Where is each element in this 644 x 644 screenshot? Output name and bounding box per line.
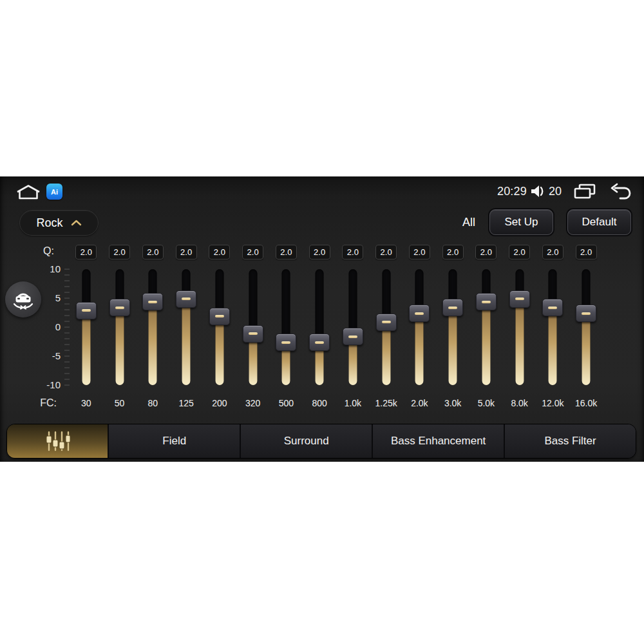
q-value-box[interactable]: 2.0 <box>176 245 197 260</box>
eq-band-3.0k: 2.03.0k <box>436 245 469 419</box>
ruler-tick <box>64 280 70 281</box>
slider-handle[interactable] <box>376 314 397 331</box>
q-value-box[interactable]: 2.0 <box>209 245 230 260</box>
axis-tick-label: -10 <box>27 379 61 392</box>
slider-handle[interactable] <box>243 325 263 343</box>
q-value-box[interactable]: 2.0 <box>242 245 263 260</box>
slider-handle[interactable] <box>176 290 196 308</box>
ruler-tick <box>64 321 70 322</box>
gain-slider[interactable] <box>242 269 264 385</box>
volume-icon[interactable] <box>530 184 547 199</box>
ruler-tick <box>64 350 70 351</box>
ai-assistant-app-icon[interactable]: Ai <box>46 184 62 200</box>
ruler-tick <box>64 303 70 305</box>
gain-slider[interactable] <box>542 269 564 385</box>
slider-fill <box>115 307 124 386</box>
handle-grip-mark <box>82 309 91 312</box>
tab-surround[interactable]: Surround <box>240 424 372 458</box>
handle-grip-mark <box>582 312 591 315</box>
ruler-tick <box>64 384 70 386</box>
gain-slider[interactable] <box>275 269 297 385</box>
eq-band-125: 2.0125 <box>169 245 203 419</box>
gain-slider[interactable] <box>209 269 231 385</box>
q-value-box[interactable]: 2.0 <box>309 245 330 260</box>
car-view-button[interactable] <box>5 281 41 317</box>
q-value-box[interactable]: 2.0 <box>509 245 530 260</box>
freq-label: 12.0k <box>542 398 564 408</box>
q-value-box[interactable]: 2.0 <box>542 245 564 260</box>
slider-fill <box>182 298 191 385</box>
q-value-box[interactable]: 2.0 <box>475 245 497 260</box>
q-value-box[interactable]: 2.0 <box>442 245 464 260</box>
slider-handle[interactable] <box>476 293 497 310</box>
gain-slider[interactable] <box>475 269 497 385</box>
freq-label: 16.0k <box>575 398 597 408</box>
gain-slider[interactable] <box>575 269 597 385</box>
slider-handle[interactable] <box>276 334 296 351</box>
handle-grip-mark <box>115 307 124 309</box>
eq-band-8.0k: 2.08.0k <box>503 245 536 419</box>
gain-slider[interactable] <box>175 269 197 385</box>
q-value-box[interactable]: 2.0 <box>75 245 97 260</box>
slider-fill <box>82 310 90 385</box>
q-value-box[interactable]: 2.0 <box>276 245 297 260</box>
freq-label: 80 <box>148 398 158 408</box>
slider-handle[interactable] <box>509 290 530 308</box>
eq-band-50: 2.050 <box>103 245 137 419</box>
freq-label: 1.25k <box>375 398 397 408</box>
slider-handle[interactable] <box>409 305 430 322</box>
slider-handle[interactable] <box>142 293 163 310</box>
gain-slider[interactable] <box>109 269 131 385</box>
head-unit-audio-screen: Ai 20:29 20 <box>0 176 644 462</box>
preset-dropdown[interactable]: Rock <box>19 210 99 236</box>
freq-label: 125 <box>178 398 193 408</box>
status-right-cluster: 20:29 20 <box>497 182 632 201</box>
home-icon[interactable] <box>15 184 41 200</box>
q-value-box[interactable]: 2.0 <box>576 245 597 260</box>
gain-slider[interactable] <box>142 269 164 385</box>
slider-handle[interactable] <box>542 299 563 316</box>
q-value-box[interactable]: 2.0 <box>342 245 363 260</box>
q-value-box[interactable]: 2.0 <box>375 245 397 260</box>
ruler-tick <box>64 327 70 328</box>
gain-slider[interactable] <box>375 269 397 385</box>
q-value-box[interactable]: 2.0 <box>142 245 164 260</box>
handle-grip-mark <box>482 301 491 303</box>
slider-fill <box>582 313 591 386</box>
slider-fill <box>449 307 457 386</box>
tab-bass-enhancement[interactable]: Bass Enhancement <box>372 424 504 458</box>
slider-handle[interactable] <box>76 302 97 319</box>
tab-bass-filter[interactable]: Bass Filter <box>504 424 636 458</box>
tab-equalizer[interactable] <box>7 424 108 458</box>
slider-handle[interactable] <box>209 308 230 325</box>
ruler-tick <box>64 269 70 270</box>
gain-slider[interactable] <box>442 269 464 385</box>
slider-handle[interactable] <box>442 299 463 316</box>
q-value-box[interactable]: 2.0 <box>109 245 130 260</box>
fc-row-label: FC: <box>30 397 57 409</box>
freq-label: 200 <box>212 398 227 408</box>
gain-slider[interactable] <box>342 269 364 385</box>
gain-slider[interactable] <box>75 269 97 385</box>
freq-label: 500 <box>279 398 294 408</box>
default-button[interactable]: Default <box>567 209 631 235</box>
recents-icon[interactable] <box>573 183 596 200</box>
ruler-tick <box>64 361 70 363</box>
slider-handle[interactable] <box>109 299 130 316</box>
back-icon[interactable] <box>609 183 632 200</box>
bottom-tab-bar: FieldSurroundBass EnhancementBass Filter <box>6 424 636 459</box>
slider-fill <box>382 321 390 385</box>
handle-grip-mark <box>448 307 457 309</box>
ruler-tick <box>64 379 70 380</box>
q-value-box[interactable]: 2.0 <box>409 245 430 260</box>
tab-field[interactable]: Field <box>108 424 240 458</box>
all-label[interactable]: All <box>462 216 475 229</box>
gain-slider[interactable] <box>509 269 531 385</box>
slider-handle[interactable] <box>343 328 363 345</box>
gain-slider[interactable] <box>408 269 430 385</box>
gain-slider[interactable] <box>308 269 330 385</box>
setup-button[interactable]: Set Up <box>489 209 553 235</box>
ruler-tick <box>64 315 70 316</box>
slider-handle[interactable] <box>576 305 596 322</box>
slider-handle[interactable] <box>309 334 330 351</box>
